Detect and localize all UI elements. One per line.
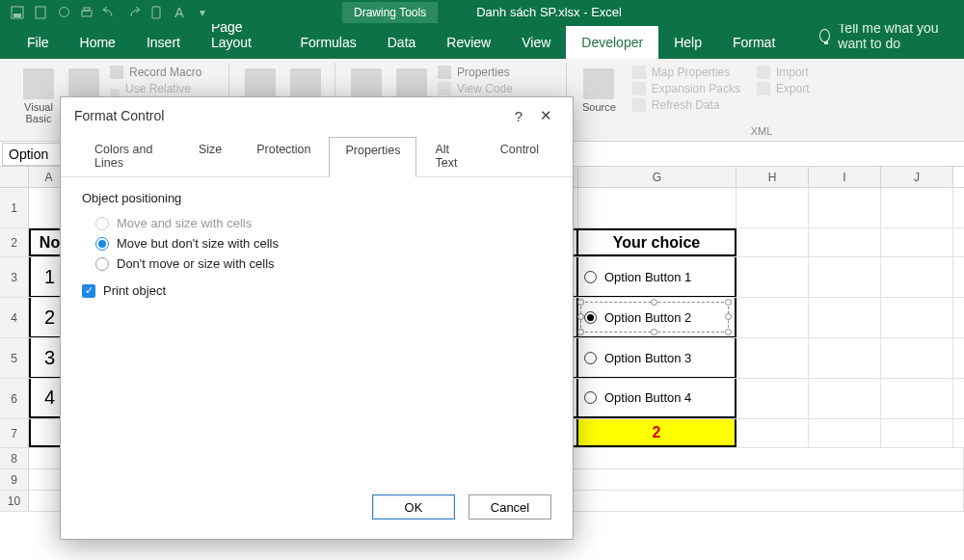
radio-icon	[584, 352, 597, 364]
properties-icon	[438, 66, 451, 79]
dlg-tab-alttext[interactable]: Alt Text	[418, 136, 481, 176]
ribbon-tabs: File Home Insert Page Layout Formulas Da…	[0, 24, 964, 59]
dialog-title: Format Control	[74, 108, 164, 123]
section-object-positioning: Object positioning	[82, 191, 551, 205]
radio-icon	[584, 311, 597, 324]
svg-rect-5	[84, 8, 90, 11]
tab-insert[interactable]: Insert	[131, 26, 196, 59]
print-icon[interactable]	[79, 5, 94, 20]
window-title: Danh sách SP.xlsx - Excel	[476, 5, 622, 19]
option-button-4[interactable]: Option Button 4	[578, 379, 736, 418]
dialog-tabs: Colors and Lines Size Protection Propert…	[61, 130, 573, 177]
radio-icon	[95, 237, 109, 251]
radio-move-and-size: Move and size with cells	[82, 213, 551, 233]
font-icon[interactable]: A	[172, 5, 187, 20]
contextual-tab-label: Drawing Tools	[342, 2, 438, 23]
tab-home[interactable]: Home	[65, 26, 131, 59]
table-header-choice: Your choice	[578, 228, 736, 256]
ok-button[interactable]: OK	[372, 494, 455, 520]
group-label-xml: XML	[576, 125, 947, 139]
source-button[interactable]: Source	[576, 65, 622, 117]
expansion-packs-button[interactable]: Expansion Packs	[630, 81, 742, 96]
row-header[interactable]: 2	[0, 228, 29, 256]
dlg-tab-size[interactable]: Size	[182, 136, 238, 176]
radio-dont-move[interactable]: Don't move or size with cells	[82, 253, 551, 274]
row-header[interactable]: 9	[0, 469, 29, 490]
format-control-dialog: Format Control ? ✕ Colors and Lines Size…	[60, 96, 574, 540]
circle-icon[interactable]	[56, 5, 71, 20]
row-header[interactable]: 10	[0, 491, 29, 511]
row-header[interactable]: 1	[0, 188, 29, 227]
dlg-tab-protection[interactable]: Protection	[240, 136, 327, 176]
col-header[interactable]: H	[736, 167, 809, 187]
title-bar: A ▾ Drawing Tools Danh sách SP.xlsx - Ex…	[0, 0, 964, 24]
col-header[interactable]: J	[881, 167, 953, 187]
select-all-corner[interactable]	[0, 167, 29, 187]
svg-rect-2	[36, 7, 45, 18]
refresh-data-button[interactable]: Refresh Data	[630, 97, 742, 113]
qat-more-icon[interactable]: ▾	[195, 5, 210, 20]
svg-point-3	[59, 8, 68, 17]
dlg-tab-colors[interactable]: Colors and Lines	[78, 136, 180, 176]
xml-export-button[interactable]: Export	[755, 81, 812, 96]
row-header[interactable]: 8	[0, 448, 29, 468]
col-header[interactable]: G	[578, 167, 736, 187]
option-button-2[interactable]: Option Button 2	[578, 298, 736, 337]
properties-button[interactable]: Properties	[436, 65, 515, 80]
result-cell: 2	[578, 419, 736, 447]
tab-review[interactable]: Review	[431, 26, 506, 59]
cancel-button[interactable]: Cancel	[469, 494, 551, 520]
undo-icon[interactable]	[102, 5, 118, 20]
dlg-tab-control[interactable]: Control	[484, 136, 555, 176]
radio-move-no-size[interactable]: Move but don't size with cells	[82, 233, 551, 253]
row-header[interactable]: 3	[0, 257, 29, 297]
option-button-1[interactable]: Option Button 1	[578, 257, 736, 297]
bulb-icon	[819, 29, 830, 42]
radio-icon	[584, 271, 597, 283]
row-header[interactable]: 7	[0, 419, 29, 447]
tab-format[interactable]: Format	[717, 26, 790, 59]
quick-access-toolbar: A ▾	[0, 5, 210, 20]
tab-help[interactable]: Help	[658, 26, 717, 59]
group-xml: Source Map Properties Expansion Packs Re…	[567, 63, 956, 141]
new-icon[interactable]	[33, 5, 48, 20]
tab-view[interactable]: View	[506, 26, 566, 59]
option-button-3[interactable]: Option Button 3	[578, 338, 736, 378]
xml-import-button[interactable]: Import	[755, 65, 812, 80]
tell-me-label: Tell me what you want to do	[838, 20, 964, 51]
check-icon: ✓	[82, 284, 95, 298]
checkbox-print-object[interactable]: ✓ Print object	[82, 274, 551, 298]
tab-data[interactable]: Data	[372, 26, 432, 59]
record-macro-button[interactable]: Record Macro	[108, 65, 219, 80]
row-header[interactable]: 6	[0, 379, 29, 418]
row-header[interactable]: 5	[0, 338, 29, 378]
row-header[interactable]: 4	[0, 298, 29, 337]
touch-icon[interactable]	[148, 5, 164, 20]
dialog-help-button[interactable]: ?	[505, 108, 532, 124]
tab-file[interactable]: File	[12, 26, 65, 59]
visual-basic-button[interactable]: Visual Basic	[17, 65, 60, 128]
svg-rect-1	[13, 13, 21, 17]
dlg-tab-properties[interactable]: Properties	[329, 137, 416, 177]
save-icon[interactable]	[10, 5, 25, 20]
svg-rect-6	[152, 7, 160, 18]
radio-icon	[95, 257, 109, 271]
radio-icon	[95, 217, 109, 230]
svg-rect-4	[82, 11, 92, 16]
redo-icon[interactable]	[125, 5, 141, 20]
view-code-button[interactable]: View Code	[436, 81, 515, 96]
tab-developer[interactable]: Developer	[566, 26, 658, 59]
map-properties-button[interactable]: Map Properties	[630, 65, 742, 80]
radio-icon	[584, 391, 597, 404]
col-header[interactable]: I	[809, 167, 881, 187]
name-box[interactable]: Option	[2, 143, 62, 166]
tab-formulas[interactable]: Formulas	[284, 26, 371, 59]
dialog-close-button[interactable]: ✕	[532, 107, 559, 124]
